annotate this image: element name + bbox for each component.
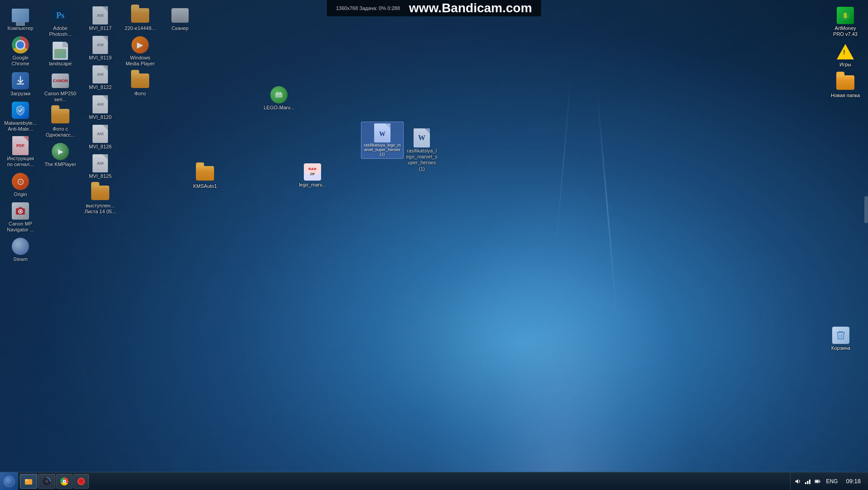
- desktop-icon-mvi8119[interactable]: AVI MVI_8119: [82, 34, 118, 63]
- desktop-icon-artmoney[interactable]: $ ArtMoney PRO v7.43: [827, 5, 863, 39]
- mvi8119-label: MVI_8119: [89, 55, 112, 61]
- desktop-icon-landscape[interactable]: landscape: [42, 40, 78, 69]
- downloads-icon-img: [11, 72, 29, 90]
- volume-icon: [795, 478, 801, 485]
- photoshop-label: Adobe Photosh...: [44, 25, 77, 37]
- mvi8126-label: MVI_8126: [89, 144, 112, 150]
- arrow-down-icon: [15, 76, 25, 86]
- landscape-label: landscape: [49, 61, 72, 67]
- svg-point-3: [20, 211, 21, 212]
- desktop-icon-computer[interactable]: Компьютер: [2, 5, 39, 33]
- desktop-icon-mvi8125[interactable]: AVI MVI_8125: [82, 152, 118, 181]
- desktop-icon-canon-navigator[interactable]: Canon MP Navigator ...: [2, 200, 39, 235]
- word-file-icon-2: W: [413, 129, 431, 147]
- canon-nav-icon-img: [11, 202, 29, 220]
- taskbar-explorer-button[interactable]: [20, 474, 37, 489]
- desktop-icon-220e14448[interactable]: 220-e14448...: [122, 5, 158, 33]
- warning-icon-img: !: [836, 43, 854, 61]
- 220-label: 220-e14448...: [125, 25, 156, 31]
- desktop-icon-photoshop[interactable]: Ps Adobe Photosh...: [42, 5, 78, 39]
- taskbar-chrome-button[interactable]: [56, 474, 73, 489]
- landscape-icon-img: [51, 42, 69, 60]
- chrome-icon-img: [11, 36, 29, 54]
- steam-icon-img: [11, 237, 29, 255]
- desktop-icon-novaya-papka[interactable]: Новая папка: [827, 72, 863, 100]
- svg-point-7: [279, 92, 282, 94]
- scroll-indicator: [864, 196, 868, 223]
- desktop-icon-igry[interactable]: ! Игры: [827, 41, 863, 69]
- svg-rect-19: [809, 480, 810, 484]
- start-button[interactable]: [0, 472, 18, 490]
- lego-file-icon: [270, 86, 288, 104]
- language-indicator[interactable]: ENG: [824, 478, 839, 485]
- svg-point-6: [277, 92, 279, 94]
- mvi8125-label: MVI_8125: [89, 173, 112, 179]
- start-orb-icon: [3, 475, 15, 487]
- desktop-icon-kmsauto1[interactable]: KMSAuto1: [187, 162, 223, 191]
- desktop-icon-foto-odnoklassniki[interactable]: Фото с Однокласс...: [42, 105, 78, 140]
- artmoney-label: ArtMoney PRO v7.43: [829, 25, 862, 37]
- chrome-label: Google Chrome: [4, 55, 37, 67]
- scanner-icon-img: [171, 6, 189, 24]
- lego-icon: [274, 90, 283, 99]
- desktop-icon-steam[interactable]: Steam: [2, 235, 39, 264]
- desktop-icon-google-chrome[interactable]: Google Chrome: [2, 34, 39, 69]
- mvi8126-icon: AVI: [91, 125, 109, 143]
- taskbar-record-button[interactable]: [73, 474, 89, 489]
- desktop-icon-vystuplenie[interactable]: выступлен... Листа 14 05...: [82, 182, 118, 216]
- network-tray-icon[interactable]: [804, 478, 811, 485]
- desktop-icon-windows-media-player[interactable]: ▶ Windows Media Player: [122, 34, 158, 69]
- lego-marv-label: LEGO-Marv...: [263, 105, 294, 111]
- desktop-icon-downloads[interactable]: Загрузки: [2, 70, 39, 98]
- desktop-icon-canon-mp250[interactable]: CANON Canon MP250 seri...: [42, 70, 78, 104]
- desktop-icon-recycle-bin[interactable]: Корзина: [823, 324, 859, 353]
- taskbar-media-button[interactable]: [38, 474, 55, 489]
- mvi8122-icon: AVI: [91, 65, 109, 83]
- desktop-icon-malwarebytes[interactable]: Malwarebyte... Anti-Male...: [2, 99, 39, 134]
- mvi8122-label: MVI_8122: [89, 84, 112, 90]
- origin-label: Origin: [14, 191, 27, 197]
- desktop-icon-origin[interactable]: ⊙ Origin: [2, 171, 39, 199]
- svg-point-16: [46, 480, 48, 482]
- system-clock[interactable]: 09:18: [842, 478, 864, 485]
- canon-mp250-icon-img: CANON: [51, 72, 69, 90]
- desktop-icon-lego-marv[interactable]: LEGO-Marv...: [261, 84, 297, 113]
- desktop-icon-skaner[interactable]: Сканер: [162, 5, 198, 33]
- desktop-icons-area: Компьютер Google Chrome: [2, 5, 202, 264]
- battery-tray-icon[interactable]: [814, 478, 821, 485]
- mvi8125-icon: AVI: [91, 154, 109, 172]
- desktop-icon-foto[interactable]: Фото: [122, 70, 158, 98]
- word-file-icon-1: W: [373, 124, 391, 142]
- icon-column-5: Сканер: [162, 5, 202, 264]
- novaya-papka-label: Новая папка: [831, 93, 860, 98]
- desktop-icon-mvi8126[interactable]: AVI MVI_8126: [82, 123, 118, 152]
- malware-icon-img: [11, 101, 29, 119]
- bandicam-stats: 1360x768 Задача: 0% 0:288: [336, 5, 400, 11]
- kmsauto1-label: KMSAuto1: [193, 183, 217, 189]
- dragging-file-1[interactable]: W rasifikatsiya_lego_marvel_super_heroes…: [361, 122, 404, 159]
- svg-rect-18: [807, 481, 809, 484]
- svg-rect-21: [815, 480, 819, 482]
- desktop-icon-lego-marv-zip[interactable]: RAR ZIP lego_marv...: [294, 161, 331, 190]
- pdf-icon-img: PDF: [11, 137, 29, 155]
- mvi8120-label: MVI_8120: [89, 114, 112, 120]
- desktop-icon-mvi8122[interactable]: AVI MVI_8122: [82, 64, 118, 92]
- mvi8117-label: MVI_8117: [89, 25, 112, 31]
- desktop-icon-instrukciya[interactable]: PDF Инструкция по сигнал...: [2, 135, 39, 169]
- dragging-file-2[interactable]: W rasifikatsiya_lego_marvel_super_heroes…: [404, 127, 440, 174]
- vystuplenie-label: выступлен... Листа 14 05...: [84, 203, 117, 215]
- desktop-icon-mvi8120[interactable]: AVI MVI_8120: [82, 93, 118, 122]
- kmplayer-label: The KMPlayer: [44, 162, 76, 167]
- icon-column-3: AVI MVI_8117 AVI MVI_8119 AVI MVI_8122 A…: [82, 5, 122, 264]
- taskbar: ENG 09:18: [0, 472, 868, 490]
- folder-odnoklassniki-icon-img: [51, 107, 69, 125]
- volume-tray-icon[interactable]: [794, 478, 801, 485]
- file-1-label: rasifikatsiya_lego_marvel_super_heroes (…: [363, 143, 401, 157]
- icon-column-1: Компьютер Google Chrome: [2, 5, 42, 264]
- desktop-icon-mvi8117[interactable]: AVI MVI_8117: [82, 5, 118, 33]
- desktop-icon-kmplayer[interactable]: ▶ The KMPlayer: [42, 141, 78, 169]
- scanner-label: Сканер: [171, 25, 188, 31]
- kmplayer-icon-img: ▶: [51, 142, 69, 161]
- svg-rect-22: [819, 481, 820, 482]
- svg-rect-4: [19, 207, 22, 209]
